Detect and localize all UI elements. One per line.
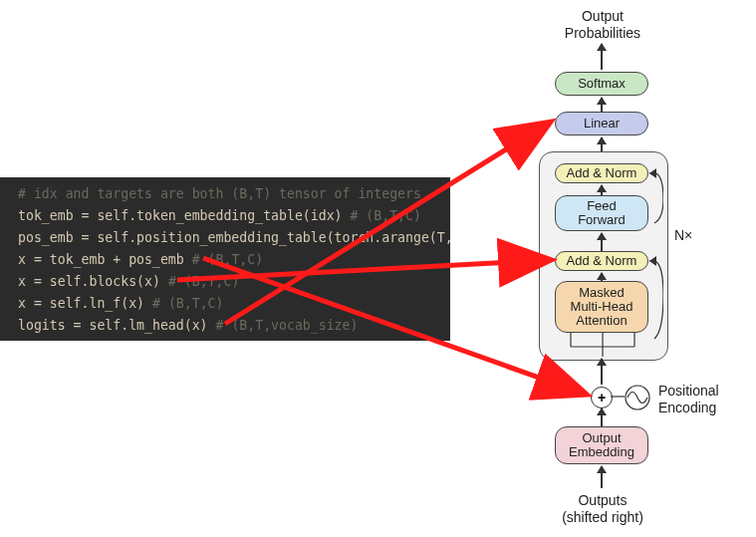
pos-enc-connector <box>611 393 627 401</box>
code-line-5: x = self.ln_f(x) # (B,T,C) <box>18 293 432 315</box>
architecture-diagram: Output Probabilities Softmax Linear N× A… <box>483 0 752 537</box>
svg-marker-0 <box>649 168 656 178</box>
code-line-2: pos_emb = self.position_embedding_table(… <box>18 227 432 249</box>
sine-wave-icon <box>623 383 652 412</box>
nx-label: N× <box>674 227 692 244</box>
code-line-3: x = tok_emb + pos_emb # (B,T,C) <box>18 249 432 271</box>
flow-arrow <box>601 98 603 112</box>
code-line-1: tok_emb = self.token_embedding_table(idx… <box>18 205 432 227</box>
outputs-shifted-label: Outputs (shifted right) <box>543 492 662 526</box>
linear-block: Linear <box>555 112 648 135</box>
masked-mha-block: Masked Multi-Head Attention <box>555 281 648 333</box>
flow-arrow <box>601 44 603 70</box>
mha-inputs <box>553 333 652 361</box>
code-stmt: tok_emb = self.token_embedding_table(idx… <box>18 208 343 223</box>
code-comment: # (B,T,C) <box>192 252 263 267</box>
positional-encoding-label: Positional Encoding <box>658 383 719 416</box>
code-comment: # (B,T,vocab_size) <box>216 318 359 333</box>
code-comment: # (B,T,C) <box>350 208 420 223</box>
softmax-block: Softmax <box>555 72 648 96</box>
output-embedding-block: Output Embedding <box>555 426 648 464</box>
pos-enc-add-icon: + <box>591 387 613 408</box>
code-line-0: # idx and targets are both (B,T) tensor … <box>18 183 432 205</box>
code-line-6: logits = self.lm_head(x) # (B,T,vocab_si… <box>18 315 432 337</box>
code-comment: # (B,T,C) <box>168 274 239 289</box>
flow-arrow <box>601 233 603 251</box>
code-stmt: x = self.ln_f(x) <box>18 296 144 311</box>
code-stmt: x = self.blocks(x) <box>18 274 160 289</box>
output-probabilities-label: Output Probabilities <box>543 8 662 42</box>
flow-arrow <box>601 466 603 488</box>
svg-marker-1 <box>649 256 656 266</box>
feed-forward-block: Feed Forward <box>555 195 648 231</box>
flow-arrow <box>601 408 603 426</box>
code-stmt: x = tok_emb + pos_emb <box>18 252 184 267</box>
code-comment: # (B,T,C) <box>152 296 223 311</box>
code-line-4: x = self.blocks(x) # (B,T,C) <box>18 271 432 293</box>
code-stmt: pos_emb = self.position_embedding_table(… <box>18 230 450 245</box>
code-stmt: logits = self.lm_head(x) <box>18 318 208 333</box>
code-comment: # idx and targets are both (B,T) tensor … <box>18 186 421 201</box>
code-panel: # idx and targets are both (B,T) tensor … <box>0 177 450 341</box>
flow-arrow <box>601 359 603 385</box>
